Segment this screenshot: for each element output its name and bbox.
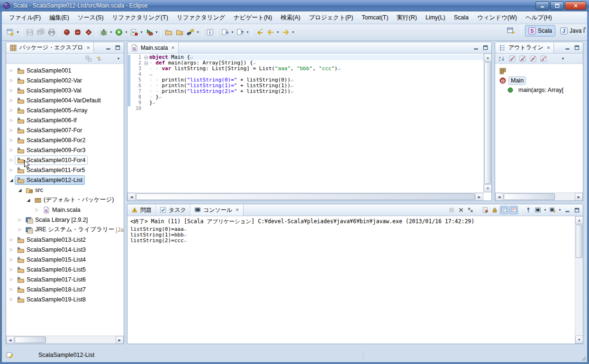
tree-item-label[interactable]: SScalaSample016-List5 <box>15 265 88 274</box>
package-explorer-tab[interactable]: パッケージ・エクスプロ ✕ <box>6 42 94 53</box>
tree-item-label[interactable]: SScalaSample013-List2 <box>15 235 88 245</box>
collapsed-arrow-icon[interactable]: ▷ <box>8 168 15 172</box>
collapsed-arrow-icon[interactable]: ▷ <box>8 118 15 122</box>
limy-tool-3-button[interactable] <box>83 27 94 38</box>
tree-row[interactable]: ▷SScalaSample013-List2 <box>6 235 124 245</box>
remove-launch-button[interactable] <box>457 206 465 214</box>
maximize-button[interactable] <box>481 44 489 51</box>
tree-row[interactable]: ▷SScalaSample004-VarDefault <box>6 95 124 105</box>
next-annotation-button[interactable] <box>219 27 230 38</box>
perspective-overflow-chevron[interactable]: » <box>583 25 586 30</box>
tree-row[interactable]: ▷SScalaSample018-List7 <box>6 284 124 294</box>
tree-item-label[interactable]: SMain.scala <box>40 205 83 215</box>
pkg-collapse-all-button[interactable] <box>84 55 93 63</box>
close-icon[interactable]: ✕ <box>546 46 551 50</box>
tree-item-label[interactable]: SScalaSample004-VarDefault <box>15 96 103 105</box>
menu-item-6[interactable]: ナビゲート(N) <box>229 12 276 24</box>
tree-row[interactable]: ▷SScalaSample001 <box>6 65 124 75</box>
open-console-button[interactable] <box>548 206 557 214</box>
show-on-stderr-button[interactable] <box>509 206 518 214</box>
maximize-button[interactable] <box>573 207 581 214</box>
collapsed-arrow-icon[interactable]: ▷ <box>8 257 15 262</box>
fold-marker-icon[interactable] <box>143 55 149 60</box>
chevron-down-icon[interactable]: ▼ <box>276 31 280 34</box>
outline-view-menu-button[interactable] <box>550 55 558 63</box>
fold-marker-icon[interactable] <box>143 60 149 66</box>
menu-item-14[interactable]: ヘルプ(H) <box>521 12 556 24</box>
tree-item-label[interactable]: SScalaSample005-Array <box>15 106 90 115</box>
scroll-right-button[interactable]: ▶ <box>575 193 583 201</box>
collapsed-arrow-icon[interactable]: ▷ <box>8 297 15 301</box>
maximize-button[interactable] <box>573 44 581 51</box>
collapsed-arrow-icon[interactable]: ▷ <box>8 267 15 272</box>
run-button[interactable] <box>113 27 124 38</box>
clear-console-button[interactable] <box>481 206 489 214</box>
collapsed-arrow-icon[interactable]: ▷ <box>17 228 23 232</box>
scrollbar-thumb[interactable] <box>504 193 555 200</box>
open-perspective-button[interactable] <box>504 25 518 36</box>
code-line-9[interactable]: 9}↵ <box>131 100 483 106</box>
tree-row[interactable]: ▷SScalaSample011-For5 <box>6 165 124 175</box>
outline-row[interactable] <box>495 66 583 76</box>
tree-row[interactable]: ▷SScalaSample006-If <box>6 115 124 125</box>
menu-item-10[interactable]: 実行(R) <box>393 12 421 24</box>
tree-row[interactable]: ▷SScalaSample005-Array <box>6 105 124 115</box>
tree-row[interactable]: ▷SScalaSample003-Val <box>6 85 124 95</box>
outline-hide-local-types-button[interactable]: L <box>539 55 548 63</box>
code-line-3[interactable]: 3››var listString: List[String] = List("… <box>131 66 483 72</box>
chevron-down-icon[interactable]: ▼ <box>245 31 250 34</box>
tree-row[interactable]: ▷JRE システム・ライブラリー[Jav <box>6 225 124 235</box>
tree-row[interactable]: ▷SScalaSample017-List6 <box>6 274 124 284</box>
tree-row[interactable]: ▷SScalaSample007-For <box>6 125 124 135</box>
tree-row[interactable]: ▷SMain.scala <box>6 205 124 215</box>
pkg-view-menu-button[interactable] <box>105 55 114 63</box>
close-icon[interactable]: ✕ <box>235 208 239 212</box>
debug-button[interactable] <box>98 27 109 38</box>
expanded-arrow-icon[interactable]: ◢ <box>25 198 32 202</box>
tree-item-label[interactable]: SScalaSample019-List8 <box>15 295 88 304</box>
window-minimize-button[interactable] <box>535 1 549 10</box>
tree-item-label[interactable]: SScalaSample018-List7 <box>15 285 88 294</box>
info-button[interactable] <box>204 27 215 38</box>
menu-item-12[interactable]: Scala <box>450 12 473 23</box>
tree-row[interactable]: ▷SScalaSample015-List4 <box>6 255 124 264</box>
chevron-down-icon[interactable]: ▼ <box>291 31 295 34</box>
chevron-down-icon[interactable]: ▼ <box>558 209 562 211</box>
tree-item-label[interactable]: SScalaSample010-For4 <box>15 155 88 165</box>
menu-item-1[interactable]: ファイル(F) <box>5 12 45 24</box>
chevron-down-icon[interactable]: ▼ <box>16 31 20 34</box>
menu-item-13[interactable]: ウィンドウ(W) <box>473 12 521 24</box>
code-line-8[interactable]: 8›}↵ <box>131 94 483 100</box>
chevron-down-icon[interactable]: ▼ <box>543 209 547 211</box>
editor-body[interactable]: 1object Main {↵2›def main(args: Array[St… <box>127 54 483 192</box>
print-button[interactable] <box>46 27 57 38</box>
tree-row[interactable]: ◢(デフォルト・パッケージ) <box>6 195 124 205</box>
menu-item-4[interactable]: リファクタリング(T) <box>108 12 172 24</box>
expanded-arrow-icon[interactable]: ◢ <box>17 188 23 192</box>
outline-item-label[interactable]: main(args: Array[ <box>516 86 566 94</box>
console-view-tab-console[interactable]: コンソール✕ <box>190 204 244 216</box>
collapsed-arrow-icon[interactable]: ▷ <box>8 148 15 152</box>
collapsed-arrow-icon[interactable]: ▷ <box>8 237 15 242</box>
vertical-scrollbar[interactable]: ▲ ▼ <box>575 216 583 344</box>
window-maximize-button[interactable] <box>550 1 564 10</box>
open-type-button[interactable] <box>163 27 174 38</box>
menu-item-5[interactable]: リファクタリング <box>172 12 229 24</box>
tree-item-label[interactable]: SScalaSample014-List3 <box>15 245 88 255</box>
chevron-down-icon[interactable]: ▼ <box>196 31 200 34</box>
collapsed-arrow-icon[interactable]: ▷ <box>8 68 15 73</box>
horizontal-scrollbar[interactable]: ◀ ▶ <box>127 192 483 200</box>
window-close-button[interactable] <box>565 1 586 10</box>
scroll-down-button[interactable]: ▼ <box>575 336 583 344</box>
editor-tab-main-scala[interactable]: S Main.scala ✕ <box>127 42 179 53</box>
tree-row[interactable]: ▷SScalaSample008-For2 <box>6 135 124 145</box>
tree-item-label[interactable]: Scala Library [2.9.2] <box>23 215 90 225</box>
tree-row[interactable]: ▷SScalaSample010-For4 <box>6 155 124 165</box>
view-menu-icon[interactable]: ▼ <box>560 57 566 60</box>
back-button[interactable] <box>265 27 276 38</box>
tree-item-label[interactable]: SScalaSample017-List6 <box>15 275 88 284</box>
menu-item-8[interactable]: プロジェクト(P) <box>305 12 357 24</box>
save-button[interactable] <box>24 27 35 38</box>
display-selected-console-button[interactable] <box>534 206 542 214</box>
tree-item-label[interactable]: SScalaSample012-List <box>15 175 85 185</box>
